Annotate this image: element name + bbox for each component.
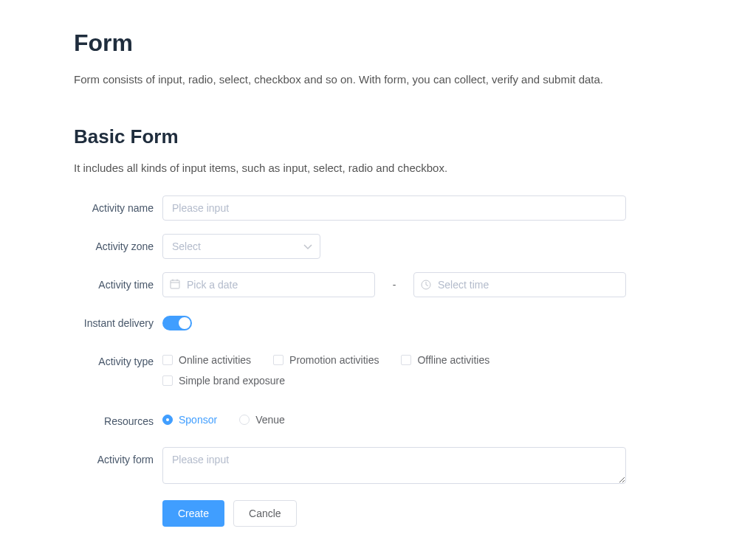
section-title: Basic Form [74, 125, 704, 148]
label-activity-zone: Activity zone [74, 234, 162, 259]
radio-icon [239, 415, 250, 425]
label-activity-time: Activity time [74, 272, 162, 297]
label-resources: Resources [74, 409, 162, 434]
page-title: Form [74, 30, 704, 57]
activity-time-input[interactable] [413, 272, 626, 297]
label-activity-name: Activity name [74, 195, 162, 221]
cancel-button[interactable]: Cancle [233, 500, 297, 527]
checkbox-icon [162, 355, 173, 365]
activity-name-input[interactable] [162, 195, 626, 221]
activity-form-textarea[interactable] [162, 447, 626, 484]
chevron-down-icon [303, 243, 312, 251]
page-intro: Form consists of input, radio, select, c… [74, 72, 704, 89]
clock-icon [421, 280, 431, 290]
label-activity-form: Activity form [74, 447, 162, 472]
checkbox-icon [162, 375, 173, 386]
checkbox-label: Promotion activities [289, 354, 379, 366]
radio-label: Venue [255, 414, 285, 426]
instant-delivery-switch[interactable] [162, 316, 192, 330]
checkbox-icon [273, 355, 284, 365]
radio-sponsor[interactable]: Sponsor [162, 414, 217, 426]
create-button[interactable]: Create [162, 500, 224, 527]
checkbox-label: Simple brand exposure [179, 375, 285, 387]
radio-icon [162, 415, 173, 425]
checkbox-online[interactable]: Online activities [162, 354, 251, 366]
switch-knob [179, 317, 190, 329]
checkbox-icon [401, 355, 411, 365]
select-placeholder: Select [172, 240, 201, 252]
label-activity-type: Activity type [74, 349, 162, 374]
checkbox-brand[interactable]: Simple brand exposure [162, 375, 285, 387]
activity-date-input[interactable] [162, 272, 375, 297]
radio-label: Sponsor [179, 414, 217, 426]
checkbox-offline[interactable]: Offline activities [401, 354, 489, 366]
svg-rect-0 [171, 280, 179, 288]
checkbox-label: Offline activities [417, 354, 489, 366]
label-instant-delivery: Instant delivery [74, 311, 162, 336]
activity-zone-select[interactable]: Select [162, 234, 320, 259]
calendar-icon [170, 279, 180, 289]
checkbox-promotion[interactable]: Promotion activities [273, 354, 379, 366]
radio-venue[interactable]: Venue [239, 414, 285, 426]
checkbox-label: Online activities [179, 354, 251, 366]
section-intro: It includes all kinds of input items, su… [74, 160, 704, 177]
time-separator: - [375, 279, 413, 291]
